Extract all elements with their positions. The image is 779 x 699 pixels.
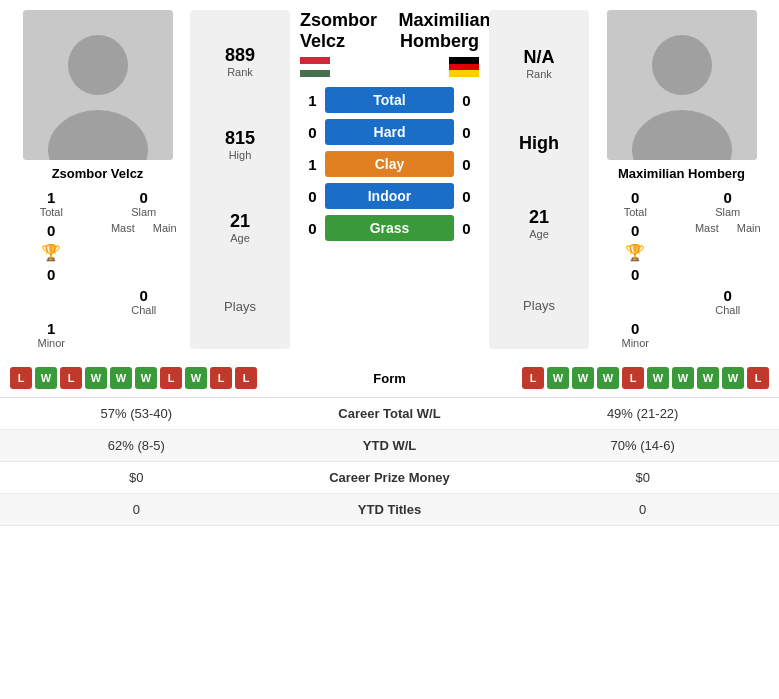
form-badge: L	[622, 367, 644, 389]
stats-table: 57% (53-40) Career Total W/L 49% (21-22)…	[0, 398, 779, 526]
player-names-row: Zsombor Velcz Maximilian Homberg	[300, 10, 479, 52]
player2-chall: 0 Chall	[687, 287, 770, 316]
top-section: Zsombor Velcz 1 Total 0 Slam 0 🏆 0	[0, 0, 779, 359]
player2-middle-stats: N/A Rank High 21 Age Plays	[489, 10, 589, 349]
stats-p2-value: 49% (21-22)	[506, 398, 779, 430]
player2-mast-label-row: Mast Main	[687, 222, 770, 283]
player1-mast: 0 🏆 0	[10, 222, 93, 283]
p2-name-top: Maximilian Homberg	[398, 10, 479, 52]
svg-point-4	[652, 35, 712, 95]
stats-p1-value: $0	[0, 462, 273, 494]
surface-row-grass: 0 Grass 0	[300, 215, 479, 241]
form-badge: L	[60, 367, 82, 389]
player2-form: LWWWLWWWWL	[450, 367, 770, 389]
stats-label: YTD W/L	[273, 430, 507, 462]
player1-total: 1 Total	[10, 189, 93, 218]
stats-label: YTD Titles	[273, 494, 507, 526]
player1-name: Zsombor Velcz	[52, 166, 144, 181]
form-label: Form	[330, 371, 450, 386]
player1-plays: Plays	[224, 299, 256, 314]
player1-form: LWLWWWLWLL	[10, 367, 330, 389]
form-badge: L	[160, 367, 182, 389]
player1-mast-label-row: Mast Main	[103, 222, 186, 283]
p1-name-top: Zsombor Velcz	[300, 10, 381, 52]
player1-minor: 1 Minor	[10, 320, 93, 349]
form-section: LWLWWWLWLL Form LWWWLWWWWL	[0, 359, 779, 398]
form-badge: L	[522, 367, 544, 389]
svg-point-1	[68, 35, 128, 95]
form-badge: L	[747, 367, 769, 389]
player1-high-stat: 815 High	[225, 128, 255, 161]
player2-age-stat: 21 Age	[529, 207, 549, 240]
player1-middle-stats: 889 Rank 815 High 21 Age Plays	[190, 10, 290, 349]
player1-card: Zsombor Velcz 1 Total 0 Slam 0 🏆 0	[10, 10, 185, 349]
trophy-icon-left: 🏆	[41, 243, 61, 262]
form-badge: W	[597, 367, 619, 389]
stats-row: 57% (53-40) Career Total W/L 49% (21-22)	[0, 398, 779, 430]
stats-p1-value: 0	[0, 494, 273, 526]
stats-row: $0 Career Prize Money $0	[0, 462, 779, 494]
surface-row-total: 1 Total 0	[300, 87, 479, 113]
player2-minor: 0 Minor	[594, 320, 677, 349]
main-container: Zsombor Velcz 1 Total 0 Slam 0 🏆 0	[0, 0, 779, 526]
form-badge: W	[85, 367, 107, 389]
stats-p1-value: 62% (8-5)	[0, 430, 273, 462]
surface-row-indoor: 0 Indoor 0	[300, 183, 479, 209]
player1-photo	[23, 10, 173, 160]
stats-p2-value: 0	[506, 494, 779, 526]
trophy-icon-right: 🏆	[625, 243, 645, 262]
player2-name: Maximilian Homberg	[618, 166, 745, 181]
form-badge: W	[722, 367, 744, 389]
player1-flag	[300, 57, 330, 77]
form-badge: W	[135, 367, 157, 389]
form-badge: W	[547, 367, 569, 389]
player2-flag	[449, 57, 479, 77]
player1-age-stat: 21 Age	[230, 211, 250, 244]
surface-row-clay: 1 Clay 0	[300, 151, 479, 177]
form-badge: W	[572, 367, 594, 389]
form-badge: W	[647, 367, 669, 389]
player2-stats: 0 Total 0 Slam 0 🏆 0 Mast	[594, 189, 769, 349]
player1-stats: 1 Total 0 Slam 0 🏆 0 Mast	[10, 189, 185, 349]
player2-total: 0 Total	[594, 189, 677, 218]
surface-row-hard: 0 Hard 0	[300, 119, 479, 145]
player2-card: Maximilian Homberg 0 Total 0 Slam 0 🏆 0	[594, 10, 769, 349]
stats-p1-value: 57% (53-40)	[0, 398, 273, 430]
player2-high-stat: High	[519, 133, 559, 154]
player2-slam: 0 Slam	[687, 189, 770, 218]
player1-chall: 0 Chall	[103, 287, 186, 316]
form-badge: W	[697, 367, 719, 389]
player2-mast: 0 🏆 0	[594, 222, 677, 283]
stats-label: Career Prize Money	[273, 462, 507, 494]
stats-label: Career Total W/L	[273, 398, 507, 430]
player1-slam: 0 Slam	[103, 189, 186, 218]
form-badge: L	[210, 367, 232, 389]
form-badge: W	[110, 367, 132, 389]
player2-rank-stat: N/A Rank	[524, 47, 555, 80]
player2-photo	[607, 10, 757, 160]
flags-row	[300, 57, 479, 77]
center-section: Zsombor Velcz Maximilian Homberg 1 Total…	[295, 10, 484, 349]
stats-p2-value: $0	[506, 462, 779, 494]
form-badge: W	[185, 367, 207, 389]
form-badge: W	[35, 367, 57, 389]
player1-rank-stat: 889 Rank	[225, 45, 255, 78]
stats-row: 0 YTD Titles 0	[0, 494, 779, 526]
form-badge: L	[235, 367, 257, 389]
stats-p2-value: 70% (14-6)	[506, 430, 779, 462]
player2-plays: Plays	[523, 298, 555, 313]
form-badge: W	[672, 367, 694, 389]
form-badge: L	[10, 367, 32, 389]
stats-row: 62% (8-5) YTD W/L 70% (14-6)	[0, 430, 779, 462]
